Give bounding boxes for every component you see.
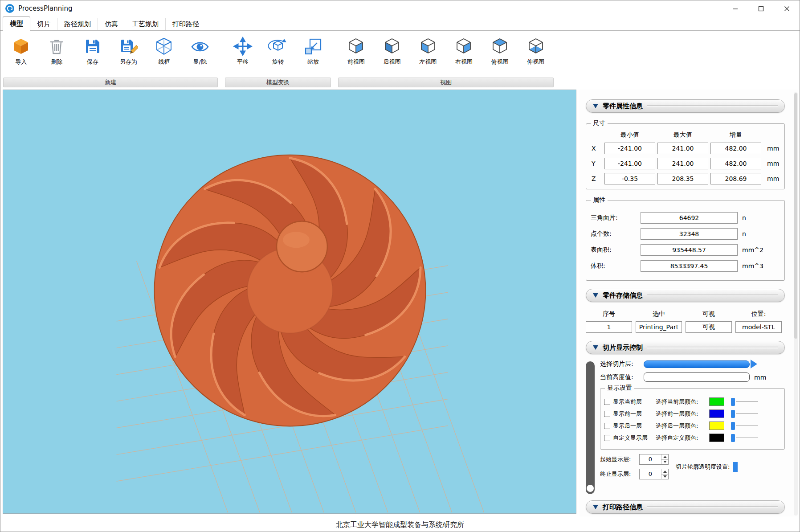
next-layer-color-slider[interactable]	[731, 422, 758, 430]
current-layer-color-swatch[interactable]	[709, 397, 724, 406]
next-layer-color-swatch[interactable]	[709, 422, 724, 430]
outline-opacity-slider[interactable]	[733, 462, 738, 472]
y-max-field[interactable]: 241.00	[657, 158, 708, 169]
slice-layer-vertical-slider[interactable]	[586, 361, 595, 494]
translate-button[interactable]: 平移	[226, 35, 260, 66]
z-delta-field[interactable]: 208.69	[710, 173, 761, 184]
y-delta-field[interactable]: 482.00	[710, 158, 761, 169]
show-current-layer-checkbox[interactable]	[604, 399, 610, 405]
current-height-input[interactable]	[644, 372, 750, 382]
minimize-icon	[732, 6, 738, 12]
custom-color-slider[interactable]	[731, 434, 758, 442]
slice-layer-slider-thumb[interactable]	[587, 485, 594, 492]
current-layer-color-slider[interactable]	[731, 398, 758, 406]
section-header-part-storage[interactable]: 零件存储信息	[586, 289, 785, 302]
x-max-field[interactable]: 241.00	[657, 143, 708, 154]
back-view-button[interactable]: 后视图	[375, 35, 409, 66]
wireframe-cube-icon	[154, 37, 174, 56]
y-min-field[interactable]: -241.00	[604, 158, 655, 169]
end-layer-spin-down[interactable]	[661, 474, 668, 479]
viewport-3d[interactable]	[3, 90, 576, 514]
start-layer-spin-down[interactable]	[661, 459, 668, 465]
right-view-cube-icon	[454, 37, 473, 56]
tab-simulation[interactable]: 仿真	[98, 18, 125, 30]
maximize-button[interactable]	[748, 0, 774, 16]
right-view-button[interactable]: 右视图	[447, 35, 481, 66]
end-layer-value: 0	[640, 469, 661, 479]
start-layer-spinbox[interactable]: 0	[639, 454, 669, 465]
custom-display-layer-checkbox[interactable]	[604, 435, 610, 441]
volume-field[interactable]: 8533397.45	[641, 260, 738, 272]
section-header-part-properties[interactable]: 零件属性信息	[586, 99, 785, 113]
storage-visible-cell[interactable]: 可视	[686, 321, 732, 333]
tab-print-path[interactable]: 打印路径	[166, 18, 206, 30]
show-next-layer-checkbox[interactable]	[604, 423, 610, 429]
impeller-model	[147, 152, 431, 434]
slice-layer-progress-bar[interactable]	[644, 360, 750, 368]
z-min-field[interactable]: -0.35	[604, 173, 655, 184]
col-header-delta: 增量	[710, 131, 761, 139]
part-properties-title: 零件属性信息	[603, 102, 643, 110]
slice-display-section: 选择切片层: 当前高度值: mm 显示设置 显示当前层	[586, 360, 785, 494]
ribbon-toolbar: 导入 删除	[0, 31, 800, 90]
storage-location-cell[interactable]: model-STL	[735, 321, 782, 333]
import-button[interactable]: 导入	[4, 35, 38, 66]
left-view-button[interactable]: 左视图	[411, 35, 445, 66]
start-layer-value: 0	[640, 454, 661, 464]
front-view-button[interactable]: 前视图	[339, 35, 373, 66]
top-view-cube-icon	[490, 37, 510, 56]
pill-divider-line	[647, 105, 778, 107]
minimize-button[interactable]	[722, 0, 748, 16]
section-header-print-path[interactable]: 打印路径信息	[586, 500, 785, 514]
viewport-scene	[3, 90, 576, 513]
volume-unit: mm^3	[742, 262, 763, 270]
scale-button[interactable]: 缩放	[296, 35, 330, 66]
tab-model[interactable]: 模型	[3, 16, 30, 31]
pill-divider-line	[647, 295, 778, 296]
triangles-unit: n	[742, 214, 746, 221]
save-button[interactable]: 保存	[76, 35, 110, 66]
tab-slice[interactable]: 切片	[30, 18, 57, 30]
print-path-title: 打印路径信息	[603, 503, 643, 512]
surface-area-field[interactable]: 935448.57	[641, 244, 738, 256]
rotate-button[interactable]: 旋转	[261, 35, 295, 66]
triangles-field[interactable]: 64692	[641, 212, 738, 224]
back-view-cube-icon	[382, 37, 402, 56]
front-view-cube-icon	[346, 37, 366, 56]
storage-index-cell[interactable]: 1	[586, 321, 632, 333]
bottom-view-button[interactable]: 仰视图	[519, 35, 553, 66]
storage-selected-cell[interactable]: Printing_Part	[636, 321, 682, 333]
delete-button-label: 删除	[51, 58, 62, 66]
end-layer-spin-up[interactable]	[661, 469, 668, 474]
panel-scrollbar[interactable]	[794, 92, 798, 516]
panel-scrollbar-thumb[interactable]	[794, 93, 797, 339]
delete-button[interactable]: 删除	[40, 35, 73, 66]
previous-layer-color-slider[interactable]	[731, 410, 758, 418]
previous-layer-color-swatch[interactable]	[709, 409, 724, 418]
wireframe-button[interactable]: 线框	[147, 35, 181, 66]
tab-process-planning[interactable]: 工艺规划	[125, 18, 166, 30]
end-layer-spinbox[interactable]: 0	[639, 469, 669, 479]
z-max-field[interactable]: 208.35	[657, 173, 708, 184]
top-view-button[interactable]: 俯视图	[483, 35, 517, 66]
custom-color-swatch[interactable]	[709, 434, 724, 442]
x-delta-field[interactable]: 482.00	[710, 143, 761, 154]
close-button[interactable]	[774, 0, 800, 16]
x-min-field[interactable]: -241.00	[604, 143, 655, 154]
scale-cube-icon	[303, 37, 323, 56]
save-as-button[interactable]: 另存为	[111, 35, 145, 66]
start-layer-label: 起始显示层:	[600, 455, 639, 463]
size-group-title: 尺寸	[591, 119, 608, 127]
main-area: 零件属性信息 尺寸 最小值 最大值 增量 X -241.00 241.00 48…	[0, 90, 800, 518]
show-previous-layer-checkbox[interactable]	[604, 411, 610, 417]
show-hide-button[interactable]: 显/隐	[183, 35, 217, 66]
slice-layer-step-arrow[interactable]	[751, 360, 757, 368]
tab-path-planning[interactable]: 路径规划	[57, 18, 98, 30]
section-header-slice-display[interactable]: 切片显示控制	[586, 341, 785, 354]
start-layer-spin-up[interactable]	[661, 454, 668, 459]
points-field[interactable]: 32348	[641, 228, 738, 240]
attributes-groupbox: 属性 三角面片: 64692 n 点个数: 32348 n 表面积: 93544…	[586, 200, 785, 281]
points-unit: n	[742, 230, 746, 237]
toolbar-group-view: 前视图 后视图	[338, 33, 554, 87]
storage-col-selected: 选中	[636, 310, 682, 318]
